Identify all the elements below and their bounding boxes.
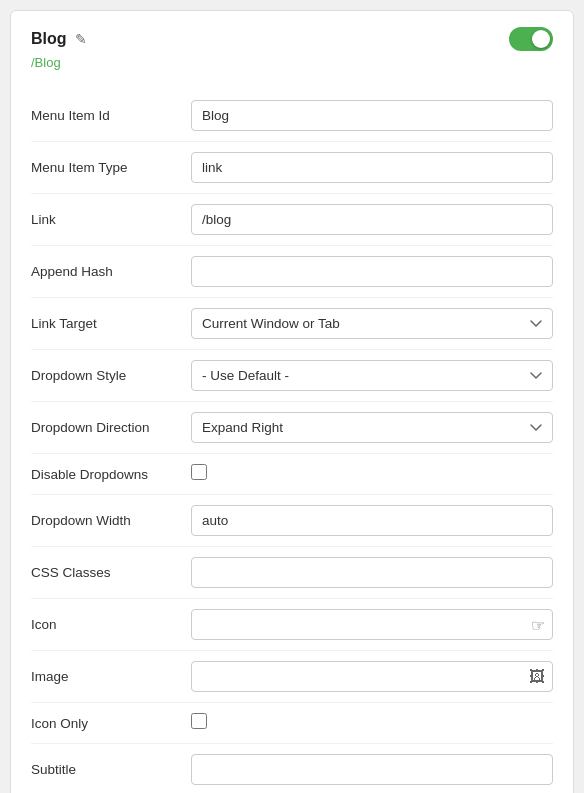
dropdown-style-select[interactable]: - Use Default - Mega Menu Flyout <box>191 360 553 391</box>
link-control <box>191 204 553 235</box>
enable-toggle[interactable] <box>509 27 553 51</box>
link-target-row: Link Target Current Window or Tab New Wi… <box>31 298 553 350</box>
settings-panel: Blog ✎ /Blog Menu Item Id Menu Item Type… <box>10 10 574 793</box>
dropdown-style-label: Dropdown Style <box>31 368 191 383</box>
append-hash-control <box>191 256 553 287</box>
append-hash-input[interactable] <box>191 256 553 287</box>
disable-dropdowns-checkbox[interactable] <box>191 464 207 480</box>
disable-dropdowns-row: Disable Dropdowns <box>31 454 553 495</box>
subtitle-label: Subtitle <box>31 762 191 777</box>
link-target-control: Current Window or Tab New Window Parent … <box>191 308 553 339</box>
menu-item-type-row: Menu Item Type <box>31 142 553 194</box>
image-control: 🖼 <box>191 661 553 692</box>
image-row: Image 🖼 <box>31 651 553 703</box>
append-hash-row: Append Hash <box>31 246 553 298</box>
breadcrumb: /Blog <box>31 55 553 70</box>
edit-icon[interactable]: ✎ <box>75 31 87 47</box>
dropdown-width-control <box>191 505 553 536</box>
image-label: Image <box>31 669 191 684</box>
image-input[interactable] <box>191 661 553 692</box>
icon-input[interactable] <box>191 609 553 640</box>
dropdown-style-row: Dropdown Style - Use Default - Mega Menu… <box>31 350 553 402</box>
subtitle-row: Subtitle <box>31 744 553 793</box>
dropdown-style-control: - Use Default - Mega Menu Flyout <box>191 360 553 391</box>
subtitle-input[interactable] <box>191 754 553 785</box>
append-hash-label: Append Hash <box>31 264 191 279</box>
dropdown-direction-control: Expand Right Expand Left Expand Up <box>191 412 553 443</box>
icon-only-row: Icon Only <box>31 703 553 744</box>
menu-item-id-input[interactable] <box>191 100 553 131</box>
image-input-wrapper: 🖼 <box>191 661 553 692</box>
dropdown-width-row: Dropdown Width <box>31 495 553 547</box>
menu-item-type-label: Menu Item Type <box>31 160 191 175</box>
dropdown-direction-select[interactable]: Expand Right Expand Left Expand Up <box>191 412 553 443</box>
toggle-slider <box>509 27 553 51</box>
css-classes-label: CSS Classes <box>31 565 191 580</box>
icon-only-control <box>191 713 553 733</box>
menu-item-type-input[interactable] <box>191 152 553 183</box>
css-classes-control <box>191 557 553 588</box>
panel-title: Blog <box>31 30 67 48</box>
icon-only-label: Icon Only <box>31 716 191 731</box>
dropdown-direction-row: Dropdown Direction Expand Right Expand L… <box>31 402 553 454</box>
dropdown-direction-label: Dropdown Direction <box>31 420 191 435</box>
css-classes-input[interactable] <box>191 557 553 588</box>
link-row: Link <box>31 194 553 246</box>
panel-header: Blog ✎ <box>31 27 553 51</box>
dropdown-width-label: Dropdown Width <box>31 513 191 528</box>
link-target-select[interactable]: Current Window or Tab New Window Parent … <box>191 308 553 339</box>
menu-item-id-label: Menu Item Id <box>31 108 191 123</box>
link-label: Link <box>31 212 191 227</box>
menu-item-id-row: Menu Item Id <box>31 90 553 142</box>
menu-item-id-control <box>191 100 553 131</box>
icon-row: Icon ☞ <box>31 599 553 651</box>
css-classes-row: CSS Classes <box>31 547 553 599</box>
subtitle-control <box>191 754 553 785</box>
link-input[interactable] <box>191 204 553 235</box>
title-row: Blog ✎ <box>31 30 87 48</box>
link-target-label: Link Target <box>31 316 191 331</box>
icon-input-wrapper: ☞ <box>191 609 553 640</box>
icon-label: Icon <box>31 617 191 632</box>
disable-dropdowns-control <box>191 464 553 484</box>
dropdown-width-input[interactable] <box>191 505 553 536</box>
icon-only-checkbox[interactable] <box>191 713 207 729</box>
menu-item-type-control <box>191 152 553 183</box>
icon-control: ☞ <box>191 609 553 640</box>
disable-dropdowns-label: Disable Dropdowns <box>31 467 191 482</box>
